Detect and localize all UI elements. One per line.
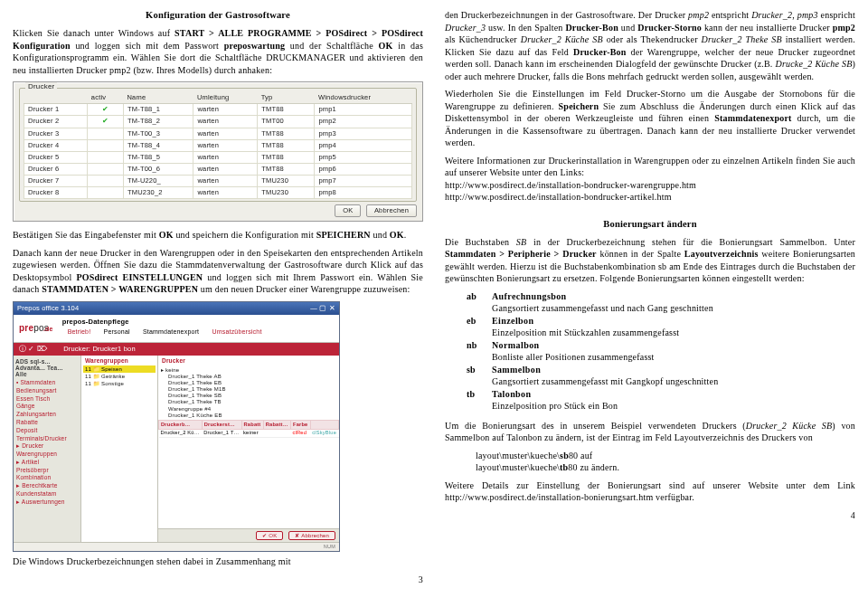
cell: Drucker 1 (24, 104, 88, 116)
table-row[interactable]: Drucker 3TM-T00_3wartenTMT88pmp3 (24, 128, 412, 139)
cell: TM-U220_ (123, 176, 193, 187)
mid-row[interactable]: 11 📁 Sonstige (83, 380, 156, 387)
tree-item[interactable]: Drucker_1 Theke AB (161, 374, 336, 380)
sidebar-item[interactable]: ▸ Artikel (15, 459, 79, 467)
th (24, 92, 88, 104)
t: und (618, 23, 637, 33)
window-controls[interactable]: — ▢ ✕ (310, 304, 335, 313)
bon-term: Sammelbon (492, 364, 855, 376)
cell: Drucker 2 (24, 116, 88, 128)
cell: pmp3 (315, 128, 412, 139)
toolbar-icons[interactable]: ⓘ ✓ ⌦ (19, 345, 47, 354)
table-row[interactable]: Drucker 2✔TM-T88_2wartenTMT00pmp2 (24, 116, 412, 128)
mid-panel: Warengruppen 11 📁 Speisen 11 📁 Getränke … (81, 356, 158, 542)
cell: TMT88 (258, 128, 315, 139)
tree-item[interactable]: Drucker_1 Theke EB (161, 380, 336, 386)
t: Klicken Sie danach unter Windows auf (13, 28, 175, 38)
bon-desc: Gangsortiert zusammengefasst mit Gangkop… (492, 375, 855, 388)
t: Drucker-Bon (565, 23, 618, 33)
cell: TMU230_2 (123, 187, 193, 199)
t: um den neuen Drucker einer Warengruppe z… (198, 284, 410, 294)
t: SPEICHERN (316, 230, 371, 240)
c: Getränke (101, 374, 125, 379)
cell: pmp8 (315, 187, 412, 199)
cell: Drucker 3 (24, 128, 88, 139)
dialog-button-row: OK Abbrechen (19, 202, 417, 217)
t: preposwartung (224, 41, 285, 51)
table-row[interactable]: Drucker_2 Kü… Drucker_1 T… keiner clRed … (159, 430, 339, 438)
app-ok-button[interactable]: ✔ OK (256, 531, 283, 540)
sidebar-item[interactable]: Essen Tisch (15, 395, 79, 403)
cell: pmp6 (315, 163, 412, 175)
sidebar-item[interactable]: Gänge (15, 403, 79, 411)
table-row[interactable]: Drucker 7TM-U220_wartenTMU230pmp7 (24, 176, 412, 187)
sidebar-item[interactable]: ▸ Drucker (15, 442, 79, 451)
cell: TM-T00_3 (123, 128, 193, 139)
tree-item[interactable]: ▸ keine (161, 367, 336, 374)
cell: warten (193, 139, 258, 151)
drucker-table: activ Name Umleitung Typ Windowsdrucker … (24, 92, 412, 199)
window-title: Prepos office 3.104 (17, 304, 79, 313)
tab-betrieb[interactable]: Betrieb! (62, 327, 97, 338)
tab-export[interactable]: Stammdatenexport (137, 327, 204, 338)
sidebar-item[interactable]: Bedienungsart (15, 387, 79, 395)
sidebar-item[interactable]: Deposit (15, 427, 79, 435)
th: Farbe (290, 420, 310, 430)
t: Drucker_2 Theke SB (702, 34, 782, 44)
sidebar-item[interactable]: Kundenstatam (15, 490, 79, 498)
sidebar-item[interactable]: Rabatte (15, 419, 79, 427)
sidebar-item[interactable]: Zahlungsarten (15, 411, 79, 419)
t: POSdirect EINSTELLUNGEN (76, 272, 203, 282)
right-para-1: den Druckerbezeichnungen in der Gastroso… (445, 9, 855, 82)
table-row[interactable]: Drucker 1✔TM-T88_1wartenTMT88pmp1 (24, 104, 412, 116)
sidebar-item[interactable]: ▸ Berechtkarte (15, 482, 79, 490)
table-row[interactable]: Drucker 4TM-T88_4wartenTMT88pmp4 (24, 139, 412, 151)
sidebar-item[interactable]: ▪ Stammdaten (15, 379, 79, 387)
cancel-button[interactable]: Abbrechen (366, 204, 417, 217)
tab-personal[interactable]: Personal (99, 327, 136, 338)
tree-item[interactable]: Warengruppe #4 (161, 406, 336, 413)
cell (88, 128, 124, 139)
page-4: den Druckerbezeichnungen in der Gastroso… (445, 9, 855, 589)
t: Stammdaten > Peripherie > Drucker (445, 249, 597, 259)
t: Bestätigen Sie das Eingabefenster mit (13, 230, 159, 240)
c: 11 (85, 374, 91, 379)
cell: warten (193, 128, 258, 139)
t: Drucker-Bon (573, 47, 627, 57)
tab-umsatz[interactable]: Umsatzübersicht (206, 327, 267, 338)
table-row[interactable]: Drucker 6TM-T00_6wartenTMT88pmp6 (24, 163, 412, 175)
t: Drucker_2 (751, 10, 792, 20)
cell: TM-T88_1 (123, 104, 193, 116)
table-row[interactable]: Drucker 8TMU230_2wartenTMU230pmp8 (24, 187, 412, 199)
tree-item[interactable]: Drucker_1 Theke SB (161, 393, 336, 399)
right-para-10: Weitere Details zur Einstellung der Boni… (445, 479, 855, 504)
sidebar-item[interactable]: Warengruppen (15, 451, 79, 459)
cell: Drucker_2 Kü… (159, 430, 203, 438)
table-row[interactable]: Drucker 5TM-T88_5wartenTMT88pmp5 (24, 151, 412, 163)
bon-desc: Einzelposition mit Stückzahlen zusammeng… (492, 327, 855, 339)
drucker-tree[interactable]: ▸ keineDrucker_1 Theke ABDrucker_1 Theke… (158, 367, 339, 420)
sidebar-nav: ADS sql-s... Advanta... Tea... Alle ▪ St… (14, 356, 81, 542)
sidebar-item[interactable]: Kombination (15, 474, 79, 482)
ok-button[interactable]: OK (335, 204, 361, 217)
left-para-1: Klicken Sie danach unter Windows auf STA… (13, 27, 423, 76)
mid-header: Warengruppen (83, 357, 156, 365)
bon-term: Aufrechnungsbon (492, 290, 855, 303)
cell (88, 139, 124, 151)
tree-item[interactable]: Drucker_1 Theke TB (161, 399, 336, 405)
tree-item[interactable]: Drucker_1 Theke M1B (161, 386, 336, 393)
mid-row[interactable]: 11 📁 Speisen (83, 365, 156, 373)
cell: TMT88 (258, 104, 315, 116)
sidebar-item[interactable]: Preisöberpr (15, 467, 79, 475)
screenshot-prepos-app: Prepos office 3.104 — ▢ ✕ prepos.de prep… (13, 301, 340, 552)
sidebar-item[interactable]: ▸ Auswertunngen (15, 498, 79, 507)
status-num: NUM (324, 544, 335, 550)
cell: TMT88 (258, 139, 315, 151)
sidebar-item[interactable]: Terminals/Drucker (15, 435, 79, 443)
t: Drucker_2 Kücke SB (746, 421, 833, 431)
c: Sonstige (101, 381, 124, 386)
mid-row[interactable]: 11 📁 Getränke (83, 373, 156, 380)
app-cancel-button[interactable]: ✘ Abbrechen (288, 531, 335, 540)
tree-item[interactable]: Drucker_1 Küche EB (161, 413, 336, 419)
bon-abbr: ab (467, 290, 492, 303)
